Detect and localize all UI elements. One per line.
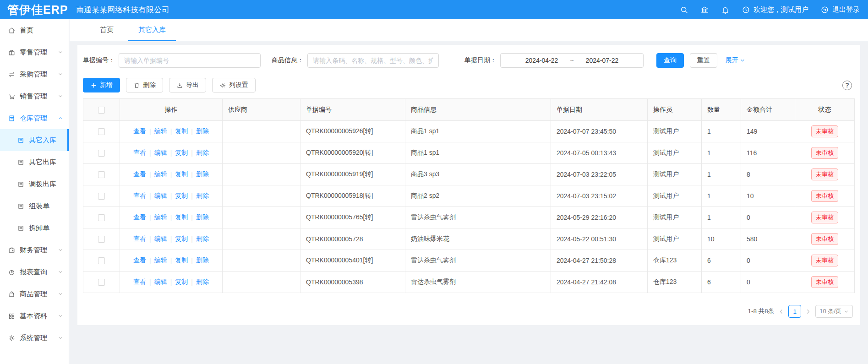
row-action-copy[interactable]: 复制 [175, 278, 188, 286]
reset-button[interactable]: 重置 [690, 53, 717, 68]
row-action-view[interactable]: 查看 [133, 256, 146, 265]
date-range-picker[interactable]: 2024-04-22 ~ 2024-07-22 [500, 53, 644, 68]
select-all-checkbox[interactable] [98, 107, 105, 114]
sidebar-item-label: 报表查询 [20, 268, 47, 277]
bank-icon[interactable] [700, 5, 709, 14]
row-action-copy[interactable]: 复制 [175, 192, 188, 200]
gear-icon [219, 82, 226, 89]
column-settings-button[interactable]: 列设置 [212, 78, 256, 92]
row-action-view[interactable]: 查看 [133, 170, 146, 179]
row-action-edit[interactable]: 编辑 [154, 170, 167, 179]
bill-no-input[interactable] [119, 53, 261, 68]
row-action-delete[interactable]: 删除 [196, 278, 209, 286]
row-checkbox[interactable] [98, 279, 105, 286]
prev-page-icon[interactable] [778, 309, 784, 315]
search-button[interactable]: 查询 [656, 53, 684, 68]
sales-icon [8, 92, 16, 100]
row-action-copy[interactable]: 复制 [175, 149, 188, 157]
toolbar: 新增 删除 导出 列设置 ? [83, 78, 855, 92]
records-table: 操作 供应商 单据编号 商品信息 单据日期 操作员 数量 金额合计 状态 查看|… [83, 98, 855, 293]
page-number[interactable]: 1 [788, 305, 801, 318]
cell-qty: 1 [702, 185, 741, 207]
cell-operator: 测试用户 [648, 121, 702, 142]
row-action-delete[interactable]: 删除 [196, 235, 209, 243]
row-action-copy[interactable]: 复制 [175, 170, 188, 179]
row-checkbox[interactable] [98, 214, 105, 221]
sidebar-item-首页[interactable]: 首页 [0, 19, 69, 41]
logout-button[interactable]: 退出登录 [820, 5, 860, 14]
row-action-delete[interactable]: 删除 [196, 127, 209, 136]
table-row: 查看|编辑|复制|删除QTRK00000005920[转]商品1 sp12024… [83, 142, 855, 164]
cell-amount: 0 [741, 250, 795, 272]
row-action-edit[interactable]: 编辑 [154, 235, 167, 243]
date-end[interactable]: 2024-07-22 [586, 57, 619, 64]
row-action-view[interactable]: 查看 [133, 149, 146, 157]
row-action-view[interactable]: 查看 [133, 278, 146, 286]
cell-date: 2024-05-29 22:16:20 [551, 207, 648, 228]
row-action-edit[interactable]: 编辑 [154, 278, 167, 286]
tab-home[interactable]: 首页 [90, 19, 124, 41]
search-icon[interactable] [680, 5, 688, 14]
export-button[interactable]: 导出 [169, 78, 206, 92]
row-action-view[interactable]: 查看 [133, 213, 146, 222]
row-action-edit[interactable]: 编辑 [154, 192, 167, 200]
sidebar-item-仓库管理[interactable]: 仓库管理 [0, 107, 69, 129]
row-action-copy[interactable]: 复制 [175, 213, 188, 222]
row-action-view[interactable]: 查看 [133, 192, 146, 200]
action-divider: | [149, 171, 151, 178]
row-checkbox[interactable] [98, 257, 105, 264]
next-page-icon[interactable] [805, 309, 811, 315]
product-info-input[interactable] [307, 53, 439, 68]
sidebar-item-其它出库[interactable]: 其它出库 [0, 151, 69, 173]
row-checkbox[interactable] [98, 236, 105, 243]
add-button[interactable]: 新增 [83, 78, 120, 92]
expand-link[interactable]: 展开 [726, 56, 745, 65]
sidebar-item-零售管理[interactable]: 零售管理 [0, 41, 69, 63]
help-icon[interactable]: ? [842, 81, 852, 90]
sidebar-item-报表查询[interactable]: 报表查询 [0, 261, 69, 283]
delete-button[interactable]: 删除 [126, 78, 163, 92]
action-divider: | [149, 128, 151, 135]
cell-product: 雷达杀虫气雾剂 [405, 207, 551, 228]
page-size-select[interactable]: 10 条/页 [815, 305, 853, 318]
sidebar-item-组装单[interactable]: 组装单 [0, 195, 69, 217]
cell-qty: 1 [702, 142, 741, 164]
row-action-copy[interactable]: 复制 [175, 235, 188, 243]
sidebar-item-系统管理[interactable]: 系统管理 [0, 327, 69, 349]
row-action-edit[interactable]: 编辑 [154, 256, 167, 265]
row-action-edit[interactable]: 编辑 [154, 213, 167, 222]
row-checkbox[interactable] [98, 193, 105, 200]
row-action-copy[interactable]: 复制 [175, 256, 188, 265]
row-action-delete[interactable]: 删除 [196, 192, 209, 200]
action-divider: | [149, 278, 151, 286]
sidebar-item-调拨出库[interactable]: 调拨出库 [0, 173, 69, 195]
sidebar-item-商品管理[interactable]: 商品管理 [0, 283, 69, 305]
cell-supplier [223, 142, 300, 164]
tab-other-inbound[interactable]: 其它入库 [128, 19, 176, 41]
row-checkbox[interactable] [98, 171, 105, 178]
row-action-edit[interactable]: 编辑 [154, 149, 167, 157]
bell-icon[interactable] [721, 5, 730, 14]
row-action-edit[interactable]: 编辑 [154, 127, 167, 136]
row-action-view[interactable]: 查看 [133, 127, 146, 136]
row-checkbox[interactable] [98, 128, 105, 135]
bill-date-label: 单据日期： [464, 56, 497, 65]
sidebar-item-销售管理[interactable]: 销售管理 [0, 85, 69, 107]
row-action-copy[interactable]: 复制 [175, 127, 188, 136]
sidebar-item-其它入库[interactable]: 其它入库 [0, 129, 69, 151]
date-start[interactable]: 2024-04-22 [525, 57, 558, 64]
row-action-delete[interactable]: 删除 [196, 149, 209, 157]
sidebar-item-采购管理[interactable]: 采购管理 [0, 63, 69, 85]
row-checkbox[interactable] [98, 150, 105, 157]
cell-supplier [223, 272, 300, 293]
sidebar-item-基本资料[interactable]: 基本资料 [0, 305, 69, 327]
table-row: 查看|编辑|复制|删除QTRK00000005401[转]雷达杀虫气雾剂2024… [83, 250, 855, 272]
row-action-view[interactable]: 查看 [133, 235, 146, 243]
row-action-delete[interactable]: 删除 [196, 213, 209, 222]
welcome-user[interactable]: 欢迎您，测试用户 [742, 5, 808, 14]
sidebar-item-拆卸单[interactable]: 拆卸单 [0, 217, 69, 239]
table-row: 查看|编辑|复制|删除QTRK00000005918[转]商品2 sp22024… [83, 185, 855, 207]
row-action-delete[interactable]: 删除 [196, 170, 209, 179]
sidebar-item-财务管理[interactable]: 财务管理 [0, 239, 69, 261]
row-action-delete[interactable]: 删除 [196, 256, 209, 265]
